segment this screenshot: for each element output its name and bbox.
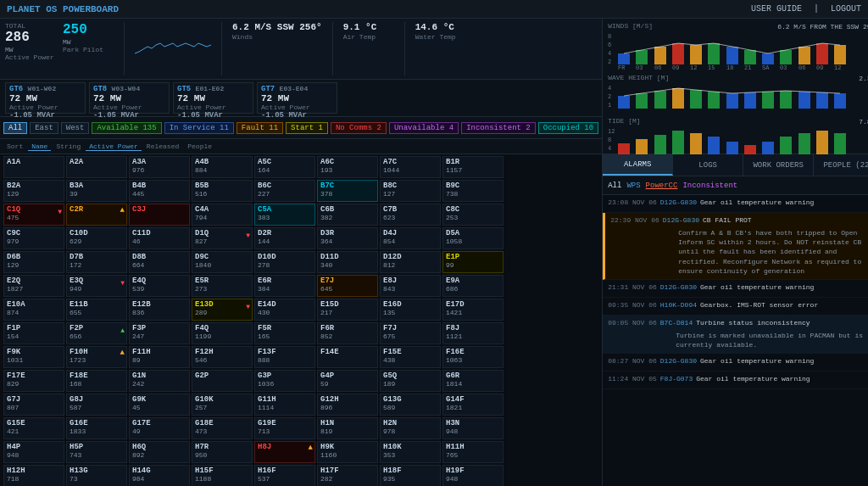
turbine-cell[interactable]: F8J1121 (442, 322, 504, 344)
user-guide-link[interactable]: USER GUIDE (751, 4, 802, 14)
turbine-cell[interactable]: G16E1833 (66, 417, 127, 439)
turbine-cell[interactable]: F7J675 (380, 322, 441, 344)
turbine-cell[interactable]: E11B655 (66, 299, 127, 321)
alarm-item[interactable]: 08:27 NOV 06D12G-G830Gear oil temperatur… (603, 354, 868, 371)
turbine-cell[interactable]: E8J843 (380, 275, 441, 297)
turbine-cell[interactable]: A1A (3, 156, 64, 178)
gen-gt7[interactable]: GT7 E03-E04 72 MW Active Power -1.05 MVA… (257, 82, 337, 114)
turbine-cell[interactable]: H15F1188 (192, 465, 253, 486)
turbine-cell[interactable]: B4B445 (129, 180, 190, 202)
turbine-cell[interactable]: H9K1160 (317, 441, 378, 463)
turbine-cell[interactable]: C5A383 (254, 204, 315, 226)
turbine-cell[interactable]: G6R1814 (442, 370, 504, 392)
col-sort[interactable]: Sort (3, 142, 26, 150)
turbine-cell[interactable]: F12H546 (192, 346, 253, 368)
turbine-cell[interactable]: F16E1063 (442, 346, 504, 368)
filter-available[interactable]: Available 135 (92, 122, 161, 134)
col-name[interactable]: Name (28, 142, 51, 151)
turbine-cell[interactable]: C1Q475▼ (3, 204, 64, 226)
turbine-cell[interactable]: H3N948 (442, 417, 504, 439)
turbine-cell[interactable]: H10K353 (380, 441, 441, 463)
turbine-cell[interactable]: A2A (66, 156, 127, 178)
turbine-cell[interactable]: G13G589 (380, 394, 441, 416)
tab-people[interactable]: PEOPLE (22) (814, 154, 868, 176)
turbine-cell[interactable]: H1N819 (317, 417, 378, 439)
alarm-filter-powercc[interactable]: PowerCC (646, 182, 678, 190)
turbine-cell[interactable]: H14G984 (129, 465, 190, 486)
alarm-filter-inconsistent[interactable]: Inconsistent (682, 182, 737, 190)
logout-link[interactable]: LOGOUT (831, 4, 861, 14)
turbine-cell[interactable]: F1P154 (3, 322, 64, 344)
turbine-cell[interactable]: G18E473 (192, 417, 253, 439)
turbine-cell[interactable]: G7J807 (3, 394, 64, 416)
filter-all[interactable]: All (3, 122, 27, 134)
filter-unavailable[interactable]: Unavailable 4 (389, 122, 459, 134)
turbine-cell[interactable]: H17F282 (317, 465, 378, 486)
turbine-cell[interactable]: G3P1036 (254, 370, 315, 392)
turbine-cell[interactable]: G10K257 (192, 394, 253, 416)
alarm-item[interactable]: 09:05 NOV 06B7C-D814Turbine status incon… (603, 316, 868, 354)
turbine-cell[interactable]: C4A794 (192, 204, 253, 226)
turbine-cell[interactable]: E10A874 (3, 299, 64, 321)
turbine-cell[interactable]: G12H896 (317, 394, 378, 416)
turbine-cell[interactable]: E15D217 (317, 299, 378, 321)
turbine-cell[interactable]: H11H765 (442, 441, 504, 463)
turbine-cell[interactable]: G19E713 (254, 417, 315, 439)
filter-inconsistent[interactable]: Inconsistent 2 (461, 122, 536, 134)
turbine-cell[interactable]: D2R144 (254, 227, 315, 249)
turbine-cell[interactable]: G17E49 (129, 417, 190, 439)
turbine-cell[interactable]: H5P743 (66, 441, 127, 463)
filter-no-comms[interactable]: No Comms 2 (331, 122, 387, 134)
turbine-cell[interactable]: E6R384 (254, 275, 315, 297)
col-released[interactable]: Released (143, 142, 182, 150)
turbine-cell[interactable]: D1Q827▼ (192, 227, 253, 249)
turbine-cell[interactable]: H13G73 (66, 465, 127, 486)
turbine-cell[interactable]: F13F888 (254, 346, 315, 368)
filter-east[interactable]: East (30, 122, 58, 134)
turbine-cell[interactable]: B5B516 (192, 180, 253, 202)
turbine-cell[interactable]: E17D1421 (442, 299, 504, 321)
turbine-cell[interactable]: H12H718 (3, 465, 64, 486)
turbine-cell[interactable]: F3P247 (129, 322, 190, 344)
alarm-item[interactable]: 22:39 NOV 06D12G-G830CB FAIL PROT⚡Confir… (603, 213, 868, 280)
gen-gt8[interactable]: GT8 W03-W04 72 MW Active Power -1.05 MVA… (89, 82, 170, 114)
alarm-item[interactable]: 11:24 NOV 05F8J-G073Gear oil temperature… (603, 371, 868, 389)
turbine-cell[interactable]: D11D340 (317, 251, 378, 273)
turbine-cell[interactable]: G9K45 (129, 394, 190, 416)
turbine-cell[interactable]: E2Q1827 (3, 275, 64, 297)
filter-in-service[interactable]: In Service 11 (164, 122, 234, 134)
turbine-cell[interactable]: A5C164 (254, 156, 315, 178)
turbine-cell[interactable]: F11H89 (129, 346, 190, 368)
turbine-cell[interactable]: F4Q1199 (192, 322, 253, 344)
turbine-cell[interactable]: E12B836 (129, 299, 190, 321)
turbine-cell[interactable]: C7B623 (380, 204, 441, 226)
alarm-item[interactable]: 23:08 NOV 06D12G-G830Gear oil temperatur… (603, 195, 868, 213)
turbine-cell[interactable]: G14F1821 (442, 394, 504, 416)
filter-west[interactable]: West (61, 122, 90, 134)
tab-logs[interactable]: LOGS (673, 154, 743, 176)
turbine-cell[interactable]: E4Q539 (129, 275, 190, 297)
turbine-cell[interactable]: D7B172 (66, 251, 127, 273)
turbine-cell[interactable]: E7J645 (317, 275, 378, 297)
turbine-cell[interactable]: B3A39 (66, 180, 127, 202)
turbine-cell[interactable]: H19F948 (442, 465, 504, 486)
turbine-cell[interactable]: D4J854 (380, 227, 441, 249)
turbine-cell[interactable]: G5Q189 (380, 370, 441, 392)
turbine-cell[interactable]: B7C378 (317, 180, 378, 202)
turbine-cell[interactable]: C8C253 (442, 204, 504, 226)
turbine-cell[interactable]: D10D278 (254, 251, 315, 273)
turbine-cell[interactable]: H4P948 (3, 441, 64, 463)
col-people[interactable]: People (184, 142, 215, 150)
turbine-cell[interactable]: C10D629 (66, 227, 127, 249)
alarm-item[interactable]: 21:31 NOV 06D12G-G830Gear oil temperatur… (603, 280, 868, 298)
filter-occupied[interactable]: Occupied 10 (538, 122, 598, 134)
turbine-cell[interactable]: E14D430 (254, 299, 315, 321)
turbine-cell[interactable]: D3R364 (317, 227, 378, 249)
turbine-cell[interactable]: F6R852 (317, 322, 378, 344)
turbine-cell[interactable]: F9K1031 (3, 346, 64, 368)
turbine-cell[interactable]: D5A1058 (442, 227, 504, 249)
turbine-cell[interactable]: F18E168 (66, 370, 127, 392)
gen-gt6[interactable]: GT6 W01-W02 72 MW Active Power -1.05 MVA… (5, 82, 86, 114)
turbine-cell[interactable]: F14E (317, 346, 378, 368)
turbine-cell[interactable]: E16D135 (380, 299, 441, 321)
